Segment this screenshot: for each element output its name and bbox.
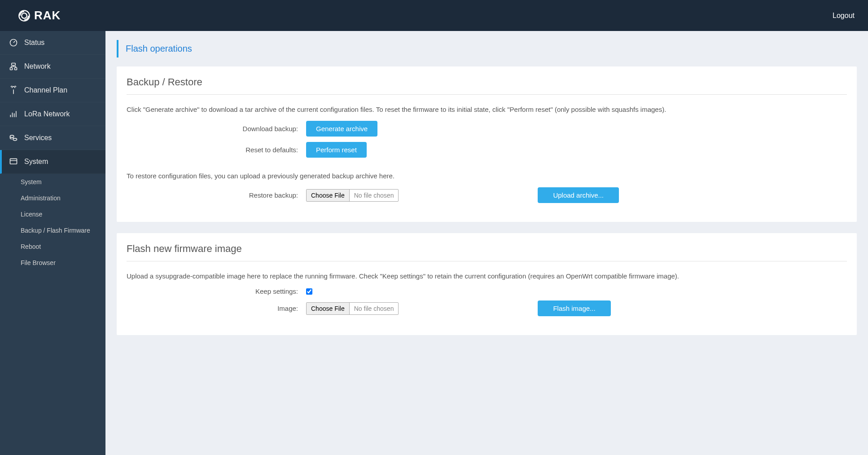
sidebar-item-system[interactable]: System <box>0 150 105 174</box>
brand-logo: RAK <box>18 9 61 22</box>
svg-point-6 <box>10 135 14 137</box>
main-content: Flash operations Backup / Restore Click … <box>105 31 868 455</box>
choose-file-button[interactable]: Choose File <box>307 303 350 314</box>
sidebar-item-lora[interactable]: LoRa Network <box>0 102 105 126</box>
backup-restore-card: Backup / Restore Click "Generate archive… <box>117 66 857 222</box>
choose-file-button[interactable]: Choose File <box>307 190 350 201</box>
flash-firmware-card: Flash new firmware image Upload a sysupg… <box>117 233 857 335</box>
flash-image-button[interactable]: Flash image... <box>538 300 610 316</box>
image-label: Image: <box>127 305 306 312</box>
gauge-icon <box>9 38 18 47</box>
keep-settings-label: Keep settings: <box>127 287 306 295</box>
backup-description: Click "Generate archive" to download a t… <box>127 105 847 114</box>
sidebar-item-label: Status <box>24 39 44 47</box>
sidebar-item-channel-plan[interactable]: Channel Plan <box>0 79 105 102</box>
sidebar-sub-system[interactable]: System <box>0 174 105 190</box>
header: RAK Logout <box>0 0 868 31</box>
tab-flash-operations[interactable]: Flash operations <box>126 44 192 53</box>
antenna-icon <box>9 86 18 95</box>
file-status-text: No file chosen <box>350 192 399 199</box>
brand-text: RAK <box>34 9 61 22</box>
sidebar-item-label: LoRa Network <box>24 110 70 118</box>
sidebar-sub-administration[interactable]: Administration <box>0 190 105 206</box>
perform-reset-button[interactable]: Perform reset <box>306 142 367 158</box>
upload-archive-button[interactable]: Upload archive... <box>538 187 619 203</box>
generate-archive-button[interactable]: Generate archive <box>306 121 377 137</box>
network-icon <box>9 62 18 71</box>
rak-logo-icon <box>18 9 31 22</box>
bars-icon <box>9 110 18 119</box>
backup-heading: Backup / Restore <box>127 76 847 95</box>
restore-file-input[interactable]: Choose File No file chosen <box>306 189 399 202</box>
svg-rect-3 <box>12 63 15 66</box>
system-icon <box>9 157 18 166</box>
reset-defaults-label: Reset to defaults: <box>127 146 306 154</box>
sidebar-item-label: Services <box>24 134 52 142</box>
svg-point-7 <box>13 138 17 141</box>
sidebar-item-network[interactable]: Network <box>0 55 105 79</box>
sidebar-sub-license[interactable]: License <box>0 206 105 222</box>
svg-rect-4 <box>10 68 13 70</box>
sidebar-sub-backup[interactable]: Backup / Flash Firmware <box>0 222 105 239</box>
sidebar-item-status[interactable]: Status <box>0 31 105 55</box>
sidebar-item-services[interactable]: Services <box>0 126 105 150</box>
image-file-input[interactable]: Choose File No file chosen <box>306 302 399 315</box>
sidebar-item-label: System <box>24 158 48 166</box>
svg-rect-8 <box>10 159 17 164</box>
svg-point-1 <box>22 13 27 18</box>
services-icon <box>9 133 18 142</box>
svg-rect-5 <box>15 68 17 70</box>
sidebar-item-label: Channel Plan <box>24 86 67 94</box>
file-status-text: No file chosen <box>350 305 399 312</box>
flash-heading: Flash new firmware image <box>127 243 847 261</box>
logout-link[interactable]: Logout <box>833 12 855 20</box>
sidebar-sub-file-browser[interactable]: File Browser <box>0 255 105 271</box>
restore-description: To restore configuration files, you can … <box>127 171 847 181</box>
flash-description: Upload a sysupgrade-compatible image her… <box>127 271 847 281</box>
sidebar-item-label: Network <box>24 62 51 71</box>
tab-bar: Flash operations <box>117 40 857 57</box>
sidebar: Status Network Channel Plan LoRa Network… <box>0 31 105 455</box>
download-backup-label: Download backup: <box>127 125 306 133</box>
sidebar-sub-reboot[interactable]: Reboot <box>0 239 105 255</box>
keep-settings-checkbox[interactable] <box>306 288 312 295</box>
restore-backup-label: Restore backup: <box>127 191 306 199</box>
